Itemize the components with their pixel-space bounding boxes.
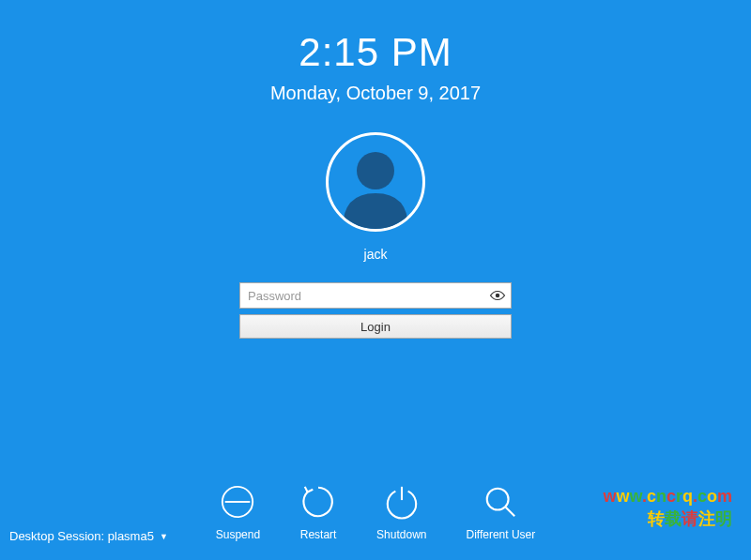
restart-button[interactable]: Restart	[299, 483, 337, 541]
clock-date: Monday, October 9, 2017	[0, 83, 751, 104]
svg-point-1	[496, 294, 500, 298]
restart-icon	[299, 483, 337, 521]
suspend-icon	[219, 483, 256, 521]
reveal-password-icon[interactable]	[489, 290, 506, 301]
clock-time: 2:15 PM	[0, 30, 751, 75]
restart-label: Restart	[300, 528, 337, 541]
svg-point-0	[357, 152, 394, 189]
different-user-button[interactable]: Different User	[466, 483, 535, 541]
user-area: jack Login	[0, 132, 751, 339]
password-wrapper	[239, 282, 512, 309]
suspend-label: Suspend	[216, 528, 260, 541]
svg-line-6	[506, 507, 515, 517]
shutdown-button[interactable]: Shutdown	[376, 483, 426, 541]
different-user-label: Different User	[466, 528, 535, 541]
chevron-down-icon: ▼	[160, 532, 168, 541]
login-button[interactable]: Login	[239, 314, 512, 339]
password-input[interactable]	[239, 282, 512, 309]
session-selector[interactable]: Desktop Session: plasma5 ▼	[9, 529, 168, 543]
avatar-icon	[329, 135, 422, 229]
clock-area: 2:15 PM Monday, October 9, 2017	[0, 0, 751, 104]
shutdown-label: Shutdown	[376, 528, 426, 541]
suspend-button[interactable]: Suspend	[216, 483, 260, 541]
svg-point-5	[487, 489, 509, 510]
username-label: jack	[364, 247, 388, 262]
shutdown-icon	[383, 483, 421, 521]
user-avatar[interactable]	[326, 132, 425, 232]
search-user-icon	[482, 483, 519, 521]
session-label: Desktop Session: plasma5	[9, 529, 154, 543]
login-form: Login	[239, 282, 512, 339]
